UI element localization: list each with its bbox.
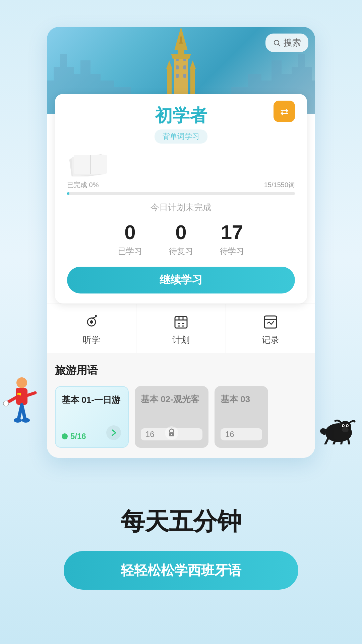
progress-bar-background (67, 192, 295, 195)
progress-left: 已完成 0% (67, 180, 99, 190)
main-card: 初学者 ⇄ 背单词学习 已完成 0 (55, 94, 307, 304)
svg-point-0 (16, 377, 27, 388)
stat-studied-value: 0 (124, 221, 135, 244)
svg-marker-32 (171, 54, 191, 59)
progress-bar-fill (67, 192, 69, 195)
card-1-progress-text: 5/16 (70, 432, 86, 441)
travel-title: 旅游用语 (55, 363, 307, 378)
book-illustration (67, 150, 295, 176)
lesson-cards: 基本 01-一日游 5/16 (55, 386, 307, 448)
listening-label: 听学 (83, 334, 100, 346)
vocab-badge: 背单词学习 (67, 129, 295, 144)
stat-review-value: 0 (175, 221, 186, 244)
progress-right: 15/1550词 (264, 180, 295, 190)
card-1-title: 基本 01-一日游 (62, 394, 122, 406)
cta-button[interactable]: 轻轻松松学西班牙语 (64, 551, 298, 590)
stats-row: 0 已学习 0 待复习 17 待学习 (67, 221, 295, 257)
stat-review-label: 待复习 (169, 246, 193, 257)
soccer-player-icon (3, 376, 40, 430)
record-icon (262, 313, 279, 331)
main-tagline: 每天五分钟 (121, 505, 241, 538)
svg-line-5 (22, 405, 25, 420)
svg-rect-46 (175, 317, 187, 328)
svg-point-13 (342, 427, 349, 432)
svg-line-18 (325, 438, 328, 444)
stat-learn: 17 待学习 (220, 221, 244, 257)
stat-learn-value: 17 (221, 221, 243, 244)
svg-line-21 (348, 438, 349, 444)
menu-item-listening[interactable]: 听学 (47, 304, 136, 353)
svg-point-37 (274, 40, 279, 45)
lock-icon-container (164, 426, 179, 442)
svg-rect-28 (176, 65, 179, 69)
stat-studied: 0 已学习 (118, 221, 142, 257)
stat-studied-label: 已学习 (118, 246, 142, 257)
travel-section: 旅游用语 基本 01-一日游 5/16 (47, 353, 315, 458)
svg-point-10 (3, 401, 9, 406)
search-label: 搜索 (284, 37, 301, 49)
stat-learn-label: 待学习 (220, 246, 244, 257)
search-icon (273, 39, 281, 47)
listening-icon (83, 313, 100, 331)
exchange-button[interactable]: ⇄ (274, 101, 295, 122)
svg-rect-54 (264, 316, 277, 328)
svg-point-45 (95, 315, 97, 317)
svg-rect-29 (183, 65, 186, 69)
search-button[interactable]: 搜索 (265, 34, 308, 52)
svg-point-7 (22, 418, 30, 423)
svg-line-38 (279, 44, 281, 46)
book-icon (67, 150, 107, 176)
progress-labels: 已完成 0% 15/1550词 (67, 180, 295, 190)
svg-point-6 (14, 418, 22, 423)
svg-point-59 (171, 434, 172, 435)
plan-label: 计划 (172, 334, 190, 346)
lesson-card-2[interactable]: 基本 02-观光客 16 (135, 386, 208, 448)
card-2-title: 基本 02-观光客 (141, 393, 202, 405)
card-1-arrow[interactable] (105, 424, 122, 441)
svg-point-44 (90, 320, 93, 324)
svg-rect-30 (176, 74, 179, 78)
svg-marker-36 (190, 60, 196, 69)
menu-item-record[interactable]: 记录 (226, 304, 315, 353)
bull-icon (318, 411, 359, 444)
svg-line-20 (341, 440, 342, 444)
lesson-card-3[interactable]: 基本 03 16 (215, 386, 268, 448)
svg-marker-34 (166, 60, 172, 69)
progress-dot (62, 433, 68, 439)
lesson-card-1[interactable]: 基本 01-一日游 5/16 (55, 386, 129, 448)
card-3-count: 16 (221, 428, 262, 440)
top-section: 搜索 初学者 ⇄ 背单词学习 (0, 0, 362, 458)
svg-rect-31 (183, 74, 186, 78)
vocab-badge-text: 背单词学习 (155, 129, 207, 144)
level-title: 初学者 (155, 104, 207, 127)
icon-menu: 听学 计划 (47, 304, 315, 353)
plan-status: 今日计划未完成 (67, 202, 295, 213)
menu-item-plan[interactable]: 计划 (136, 304, 226, 353)
bottom-section: 每天五分钟 轻轻松松学西班牙语 (50, 458, 312, 644)
progress-section: 已完成 0% 15/1550词 (67, 180, 295, 195)
exchange-icon: ⇄ (280, 106, 289, 117)
continue-button[interactable]: 继续学习 (67, 267, 295, 293)
svg-point-17 (347, 425, 348, 427)
svg-point-16 (343, 425, 344, 427)
stat-review: 0 待复习 (169, 221, 193, 257)
record-label: 记录 (262, 334, 279, 346)
lock-icon (164, 426, 179, 440)
plan-icon (172, 313, 190, 331)
svg-point-56 (106, 425, 121, 440)
arrow-right-icon (106, 425, 121, 440)
card-3-title: 基本 03 (221, 393, 262, 405)
level-title-row: 初学者 ⇄ (67, 104, 295, 127)
device-card: 搜索 初学者 ⇄ 背单词学习 (47, 27, 315, 458)
